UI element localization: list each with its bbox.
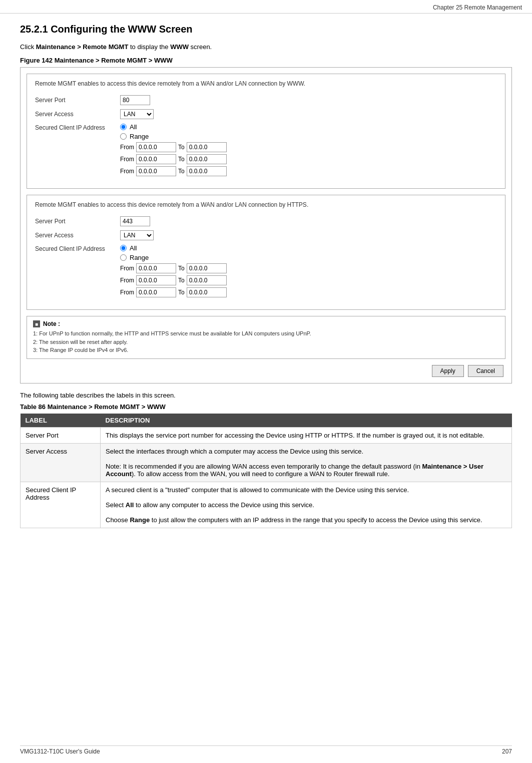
https-server-access-label: Server Access: [35, 232, 120, 239]
www-to-ip-2[interactable]: [187, 154, 227, 164]
https-server-port-row: Server Port: [35, 216, 497, 226]
https-from-ip-3[interactable]: [136, 287, 176, 297]
intro-text: Click Maintenance > Remote MGMT to displ…: [20, 43, 512, 51]
table-cell-desc-1: This displays the service port number fo…: [101, 427, 512, 443]
www-from-ip-2[interactable]: [136, 154, 176, 164]
all-bold: All: [126, 501, 134, 509]
col-description-header: DESCRIPTION: [101, 414, 512, 428]
https-radio-all-row: All: [120, 244, 227, 252]
https-secured-options: All Range From To Fr: [120, 244, 227, 299]
www-secured-client-label: Secured Client IP Address: [35, 123, 120, 131]
www-ip-range-block: From To From To From: [120, 142, 227, 178]
https-ip-range-row-1: From To: [120, 263, 227, 273]
https-from-ip-2[interactable]: [136, 275, 176, 285]
www-to-ip-3[interactable]: [187, 166, 227, 176]
https-server-port-input[interactable]: [120, 216, 150, 226]
www-radio-all[interactable]: [120, 124, 127, 130]
range-bold: Range: [130, 516, 150, 524]
table-row: Server Access Select the interfaces thro…: [21, 443, 512, 482]
maintenance-link: Maintenance > Remote MGMT: [36, 43, 129, 51]
www-ip-range-row-3: From To: [120, 166, 227, 176]
screen-mockup: Remote MGMT enables to access this devic…: [20, 67, 512, 384]
button-row: Apply Cancel: [27, 365, 505, 377]
www-radio-all-row: All: [120, 123, 227, 131]
https-to-label-3: To: [178, 289, 185, 296]
www-to-ip-1[interactable]: [187, 142, 227, 152]
www-server-access-control: LAN WAN All Disable: [120, 109, 154, 119]
https-to-ip-2[interactable]: [187, 275, 227, 285]
table-label: Table 86 Maintenance > Remote MGMT > WWW: [20, 403, 512, 411]
note-line-2: 2: The session will be reset after apply…: [33, 338, 499, 346]
note-header: ■ Note :: [33, 320, 499, 327]
https-server-access-control: LAN WAN All Disable: [120, 230, 154, 240]
www-from-label-2: From: [120, 156, 134, 163]
footer-left: VMG1312-T10C User's Guide: [20, 748, 100, 755]
note-section: ■ Note : 1: For UPnP to function normall…: [27, 316, 505, 359]
https-radio-all[interactable]: [120, 245, 127, 251]
www-server-port-control: [120, 95, 150, 105]
https-server-port-control: [120, 216, 150, 226]
table-row: Secured Client IP Address A secured clie…: [21, 482, 512, 528]
table-cell-desc-2: Select the interfaces through which a co…: [101, 443, 512, 482]
www-from-label-3: From: [120, 168, 134, 175]
data-table: LABEL DESCRIPTION Server Port This displ…: [20, 414, 512, 528]
www-server-port-input[interactable]: [120, 95, 150, 105]
section-title: 25.2.1 Configuring the WWW Screen: [20, 24, 512, 35]
www-radio-range-row: Range: [120, 133, 227, 140]
col-label-header: LABEL: [21, 414, 101, 428]
https-to-ip-1[interactable]: [187, 263, 227, 273]
note-line-1: 1: For UPnP to function normally, the HT…: [33, 329, 499, 338]
https-to-ip-3[interactable]: [187, 287, 227, 297]
www-radio-range[interactable]: [120, 133, 127, 140]
www-server-access-row: Server Access LAN WAN All Disable: [35, 109, 497, 119]
main-content: 25.2.1 Configuring the WWW Screen Click …: [0, 14, 532, 538]
https-server-port-label: Server Port: [35, 218, 120, 225]
www-link: WWW: [170, 43, 189, 51]
https-from-label-2: From: [120, 277, 134, 284]
table-cell-label-3: Secured Client IP Address: [21, 482, 101, 528]
https-section-box: Remote MGMT enables to access this devic…: [27, 195, 505, 310]
www-to-label-3: To: [178, 168, 185, 175]
www-from-ip-1[interactable]: [136, 142, 176, 152]
https-server-access-select[interactable]: LAN WAN All Disable: [120, 230, 154, 240]
www-to-label-1: To: [178, 144, 185, 151]
https-from-label-1: From: [120, 265, 134, 272]
table-header-row: LABEL DESCRIPTION: [21, 414, 512, 428]
https-radio-range-row: Range: [120, 254, 227, 261]
www-secured-options: All Range From To: [120, 123, 227, 178]
table-cell-label-2: Server Access: [21, 443, 101, 482]
www-server-port-label: Server Port: [35, 97, 120, 104]
https-radio-range[interactable]: [120, 254, 127, 261]
page-header: Chapter 25 Remote Management: [0, 0, 532, 14]
https-ip-range-row-3: From To: [120, 287, 227, 297]
www-server-port-row: Server Port: [35, 95, 497, 105]
www-server-access-label: Server Access: [35, 111, 120, 118]
table-cell-desc-3: A secured client is a "trusted" computer…: [101, 482, 512, 528]
https-server-access-row: Server Access LAN WAN All Disable: [35, 230, 497, 240]
https-radio-range-label: Range: [130, 254, 149, 261]
www-server-access-select[interactable]: LAN WAN All Disable: [120, 109, 154, 119]
www-radio-all-label: All: [130, 123, 137, 131]
www-from-ip-3[interactable]: [136, 166, 176, 176]
cancel-button[interactable]: Cancel: [468, 365, 503, 377]
figure-label: Figure 142 Maintenance > Remote MGMT > W…: [20, 57, 512, 64]
https-to-label-2: To: [178, 277, 185, 284]
www-secured-client-row: Secured Client IP Address All Range: [35, 123, 497, 178]
note-list: 1: For UPnP to function normally, the HT…: [33, 329, 499, 354]
apply-button[interactable]: Apply: [432, 365, 464, 377]
table-row: Server Port This displays the service po…: [21, 427, 512, 443]
www-info-text: Remote MGMT enables to access this devic…: [35, 80, 497, 87]
note-icon: ■: [33, 320, 40, 327]
maintenance-user-account-bold: Maintenance > User Account: [106, 463, 483, 478]
www-from-label-1: From: [120, 144, 134, 151]
page-footer: VMG1312-T10C User's Guide 207: [20, 745, 512, 755]
chapter-title: Chapter 25 Remote Management: [433, 4, 522, 11]
www-ip-range-row-1: From To: [120, 142, 227, 152]
https-info-text: Remote MGMT enables to access this devic…: [35, 201, 497, 208]
https-ip-range-row-2: From To: [120, 275, 227, 285]
footer-right: 207: [502, 748, 512, 755]
https-ip-range-block: From To From To From: [120, 263, 227, 299]
https-from-ip-1[interactable]: [136, 263, 176, 273]
https-to-label-1: To: [178, 265, 185, 272]
note-title: Note :: [43, 320, 60, 327]
